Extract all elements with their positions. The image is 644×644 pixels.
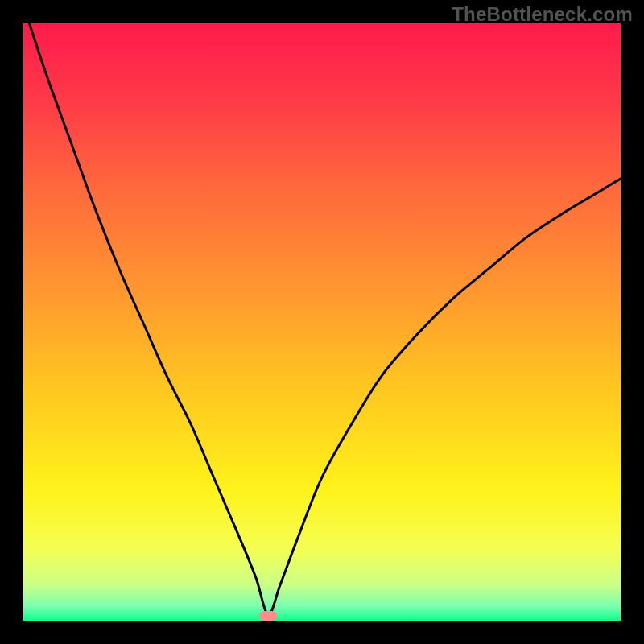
watermark-text: TheBottleneck.com	[452, 3, 633, 26]
plot-area	[23, 23, 621, 621]
chart-frame: TheBottleneck.com	[0, 0, 644, 644]
optimal-marker	[259, 611, 277, 621]
chart-svg	[23, 23, 621, 621]
chart-background	[23, 23, 621, 621]
